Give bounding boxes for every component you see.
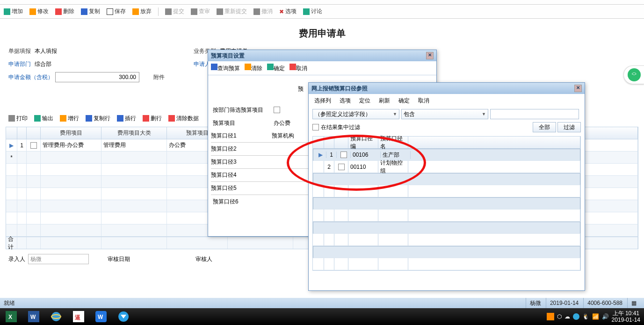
tray-icon[interactable]: 🐧 xyxy=(582,313,589,320)
fill-report-label: 单据填报 xyxy=(8,47,35,55)
svg-text:W: W xyxy=(98,314,103,320)
dlg2-menu-locate[interactable]: 定位 xyxy=(359,97,370,105)
dlg2-col-code[interactable]: 预算口径编 xyxy=(348,137,378,148)
dlg1-k6-label[interactable]: 预算口径6 xyxy=(213,198,269,206)
dlg1-k3-label[interactable]: 预算口径3 xyxy=(211,158,267,166)
edit-button[interactable]: 修改 xyxy=(29,7,49,15)
taskbar: X W 逼 W ⬡ ☁ 🐧 📶 🔊 上午 10:41 2019-01-14 xyxy=(0,308,644,325)
top-toolbar xyxy=(0,0,644,5)
col-expense-category[interactable]: 费用项目大类 xyxy=(101,127,167,139)
tray-icon[interactable]: ⬡ xyxy=(557,313,562,320)
dlg2-col-name[interactable]: 预算口径名 xyxy=(378,137,408,148)
dlg2-menu-cancel[interactable]: 取消 xyxy=(418,97,429,105)
dlg2-row-checkbox[interactable] xyxy=(340,152,347,158)
dlg1-k4-label[interactable]: 预算口径4 xyxy=(211,171,267,179)
save-button[interactable]: 保存 xyxy=(107,7,126,15)
resubmit-button[interactable]: 重新提交 xyxy=(217,7,247,15)
review-button[interactable]: 查审 xyxy=(191,7,210,15)
taskbar-app-red-icon[interactable]: 逼 xyxy=(67,308,90,325)
main-toolbar: 增加 修改 删除 复制 保存 放弃 提交 查审 重新提交 撤消 ✖选项 讨论 xyxy=(0,5,644,19)
tray-icon[interactable] xyxy=(547,313,554,320)
dlg1-k2-label[interactable]: 预算口径2 xyxy=(211,145,267,153)
dlg2-row[interactable]: 2 00110 计划物控组 xyxy=(313,161,580,173)
dlg2-menu-option[interactable]: 选项 xyxy=(340,97,351,105)
status-bar: 就绪 杨微 2019-01-14 4006-600-588 ▦ xyxy=(0,298,644,308)
taskbar-excel-icon[interactable]: X xyxy=(0,308,22,325)
dlg1-cancel-button[interactable]: 取消 xyxy=(289,64,307,72)
dlg2-grid: 预算口径编 预算口径名 ▶ 1 00106 生产部 2 00110 计划物控组 xyxy=(312,136,581,271)
taskbar-word-icon[interactable]: W xyxy=(22,308,45,325)
submit-button[interactable]: 提交 xyxy=(165,7,184,15)
col-expense-item[interactable]: 费用项目 xyxy=(41,127,101,139)
dlg2-menu-refresh[interactable]: 刷新 xyxy=(379,97,390,105)
tray-icon[interactable]: 📶 xyxy=(592,313,599,320)
copy-button[interactable]: 复制 xyxy=(81,7,100,15)
grid-delrow-button[interactable]: 删行 xyxy=(143,115,162,123)
entryby-input[interactable] xyxy=(28,254,89,264)
dept-label: 申请部门 xyxy=(8,60,35,68)
dlg2-row-checkbox[interactable] xyxy=(338,164,345,170)
dlg1-ok-button[interactable]: 确定 xyxy=(267,64,285,72)
dlg1-title: 预算项目设置 xyxy=(211,52,245,60)
tray-clock[interactable]: 上午 10:41 2019-01-14 xyxy=(612,310,640,323)
grid-copyrow-button[interactable]: 复制行 xyxy=(86,115,110,123)
tray-icon[interactable]: 🔊 xyxy=(602,313,609,320)
dlg2-filter-field-select[interactable]: （参照定义过滤字段）▼ xyxy=(312,109,399,119)
dlg2-menu: 选择列 选项 定位 刷新 确定 取消 xyxy=(309,94,585,107)
dlg2-all-button[interactable]: 全部 xyxy=(533,122,556,132)
tray-icon[interactable] xyxy=(573,313,579,320)
trail-text: 预 xyxy=(298,85,304,93)
auditor-label: 审核人 xyxy=(195,255,212,263)
delete-button[interactable]: 删除 xyxy=(55,7,74,15)
discuss-button[interactable]: 讨论 xyxy=(303,7,322,15)
dlg1-filter-checkbox[interactable] xyxy=(274,107,280,113)
dlg1-close-button[interactable]: ✕ xyxy=(426,52,434,59)
revoke-button[interactable]: 撤消 xyxy=(253,7,273,15)
fill-report-value: 本人填报 xyxy=(35,47,81,55)
tray-icon[interactable]: ☁ xyxy=(564,313,570,320)
attach-label[interactable]: 附件 xyxy=(153,73,167,81)
status-date: 2019-01-14 xyxy=(546,298,582,308)
svg-text:W: W xyxy=(30,314,36,320)
dlg2-close-button[interactable]: ✕ xyxy=(574,85,582,92)
dlg2-menu-ok[interactable]: 确定 xyxy=(398,97,410,105)
svg-point-4 xyxy=(51,312,61,321)
dlg2-title: 网上报销预算口径参照 xyxy=(311,85,368,93)
dlg1-item-label: 预算项目 xyxy=(213,119,269,127)
dlg1-filter-label: 按部门筛选预算项目 xyxy=(213,106,269,114)
grid-export-button[interactable]: 输出 xyxy=(34,115,53,123)
page-title: 费用申请单 xyxy=(0,27,644,40)
wifi-badge[interactable]: ⌔ xyxy=(623,65,644,84)
dlg2-filter-input[interactable] xyxy=(490,109,579,119)
dlg1-k1-value[interactable]: 预算机构 xyxy=(272,132,294,140)
dlg2-menu-selectcol[interactable]: 选择列 xyxy=(314,97,331,105)
grid-total-label: 合计 xyxy=(6,237,17,249)
grid-clear-button[interactable]: 清除数据 xyxy=(168,115,199,123)
option-button[interactable]: ✖选项 xyxy=(279,7,297,15)
page-title-bar: 费用申请单 xyxy=(0,19,644,44)
dlg2-row[interactable]: ▶ 1 00106 生产部 xyxy=(313,149,580,161)
svg-text:逼: 逼 xyxy=(74,314,81,321)
status-qr-icon[interactable]: ▦ xyxy=(627,298,640,308)
amount-input[interactable] xyxy=(55,72,139,82)
amount-label: 申请金额（含税） xyxy=(8,73,55,81)
grid-print-button[interactable]: 打印 xyxy=(8,115,28,123)
dlg1-query-button[interactable]: 查询预算 xyxy=(211,64,240,72)
dlg2-filter-button[interactable]: 过滤 xyxy=(557,122,581,132)
dept-value[interactable]: 综合部 xyxy=(35,60,81,68)
add-button[interactable]: 增加 xyxy=(4,7,23,15)
taskbar-app-blue-icon[interactable] xyxy=(112,308,135,325)
dlg2-resultfilter-checkbox[interactable] xyxy=(312,124,319,130)
taskbar-ie-icon[interactable] xyxy=(45,308,67,325)
budget-ref-dialog: 网上报销预算口径参照 ✕ 选择列 选项 定位 刷新 确定 取消 （参照定义过滤字… xyxy=(308,82,585,291)
dlg2-filter-op-select[interactable]: 包含▼ xyxy=(401,109,488,119)
grid-insrow-button[interactable]: 插行 xyxy=(117,115,136,123)
dlg1-k1-label: 预算口径1 xyxy=(211,132,267,140)
grid-addrow-button[interactable]: 增行 xyxy=(60,115,79,123)
status-phone: 4006-600-588 xyxy=(583,298,626,308)
dlg1-item-value[interactable]: 办公费 xyxy=(274,119,290,127)
dlg1-k5-label[interactable]: 预算口径5 xyxy=(211,184,267,192)
discard-button[interactable]: 放弃 xyxy=(132,7,152,15)
dlg1-clear-button[interactable]: 清除 xyxy=(245,64,262,72)
taskbar-wps-icon[interactable]: W xyxy=(90,308,112,325)
